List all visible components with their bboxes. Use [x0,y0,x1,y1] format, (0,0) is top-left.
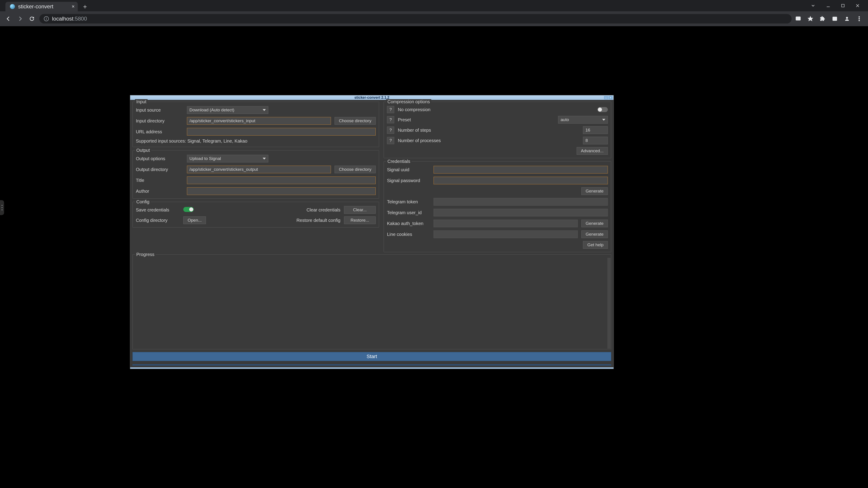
input-source-select[interactable]: Download (Auto detect) [187,106,268,114]
line-cookies-field[interactable] [434,230,578,238]
tab-title: sticker-convert [18,3,53,10]
install-app-icon[interactable] [795,15,802,22]
steps-label: Number of steps [398,128,431,133]
telegram-token-field[interactable] [434,198,608,205]
tab-favicon [10,4,15,9]
side-panel-icon[interactable] [831,15,838,22]
help-icon[interactable]: ? [387,127,394,134]
page-viewport: sticker-convert 2.1.2 □ × Input Input so… [0,26,868,488]
signal-uuid-field[interactable] [434,166,608,173]
bookmark-star-icon[interactable] [807,15,814,22]
steps-input[interactable] [583,126,608,134]
svg-point-10 [859,17,860,18]
browser-toolbar: localhost:5800 [0,11,868,26]
generate-line-button[interactable]: Generate [581,230,608,238]
svg-point-11 [859,18,860,20]
side-panel-handle[interactable] [0,200,4,215]
config-panel: Config Save credentials Clear credential… [132,202,379,228]
telegram-token-label: Telegram token [387,199,430,204]
open-config-button[interactable]: Open... [183,217,206,224]
output-dir-label: Output directory [136,167,183,172]
reload-button[interactable] [28,14,36,23]
generate-signal-button[interactable]: Generate [581,187,608,195]
svg-rect-1 [842,4,844,7]
url-address-field[interactable] [187,128,376,135]
toolbar-right-icons [795,15,864,22]
address-bar[interactable]: localhost:5800 [39,14,792,24]
tab-close-icon[interactable]: × [72,4,74,9]
clear-credentials-button[interactable]: Clear... [344,206,376,214]
input-choose-dir-button[interactable]: Choose directory [335,117,376,125]
back-button[interactable] [4,14,13,23]
extensions-icon[interactable] [819,15,826,22]
help-icon[interactable]: ? [387,106,394,113]
app-titlebar[interactable]: sticker-convert 2.1.2 □ × [130,95,614,100]
output-panel: Output Output options Upload to Signal O… [132,150,379,199]
start-button[interactable]: Start [132,352,611,361]
compression-legend: Compression options [386,99,431,104]
title-field[interactable] [187,176,376,184]
maximize-icon[interactable] [841,4,845,8]
input-legend: Input [135,99,148,104]
progress-scrollbar[interactable] [608,258,611,349]
preset-label: Preset [398,117,411,123]
procs-label: Number of processes [398,138,441,143]
svg-rect-7 [833,17,837,21]
kebab-menu-icon[interactable] [856,15,863,22]
config-legend: Config [135,199,151,204]
credentials-panel: Credentials Signal uuid Signal password … [383,161,611,252]
title-label: Title [136,178,183,183]
chevron-down-icon[interactable] [811,3,815,8]
signal-password-field[interactable] [434,177,608,184]
compression-panel: Compression options ? No compression ? P… [383,102,611,158]
chevron-down-icon [263,109,266,111]
credentials-legend: Credentials [386,159,412,164]
progress-panel: Progress [132,254,611,349]
preset-select[interactable]: auto [558,116,608,124]
new-tab-button[interactable]: ＋ [81,2,89,11]
save-credentials-label: Save credentials [136,207,183,213]
minimize-icon[interactable] [826,3,831,8]
advanced-button[interactable]: Advanced... [577,147,608,155]
kakao-token-field[interactable] [434,220,578,227]
window-close-icon[interactable] [855,3,860,8]
output-options-label: Output options [136,156,183,161]
app-title: sticker-convert 2.1.2 [354,96,390,100]
site-info-icon[interactable] [44,16,49,21]
clear-credentials-label: Clear credentials [307,207,344,213]
restore-config-button[interactable]: Restore... [344,217,376,224]
output-options-select[interactable]: Upload to Signal [187,155,268,162]
bottom-spacer [132,364,611,365]
output-legend: Output [135,148,151,153]
generate-kakao-button[interactable]: Generate [581,220,608,227]
app-maximize-icon[interactable]: □ [604,96,608,99]
forward-button[interactable] [16,14,24,23]
config-dir-label: Config directory [136,218,183,223]
author-label: Author [136,189,183,194]
signal-uuid-label: Signal uuid [387,167,430,172]
help-icon[interactable]: ? [387,116,394,123]
telegram-userid-field[interactable] [434,209,608,217]
save-credentials-toggle[interactable] [183,207,194,212]
input-dir-label: Input directory [136,119,183,124]
svg-point-12 [859,20,860,21]
output-dir-field[interactable] [187,166,331,173]
svg-marker-6 [808,17,813,21]
restore-default-label: Restore default config [296,218,344,223]
procs-input[interactable] [583,137,608,144]
browser-tab[interactable]: sticker-convert × [5,2,78,11]
chevron-down-icon [602,119,605,121]
app-close-icon[interactable]: × [609,96,613,99]
input-dir-field[interactable] [187,117,331,125]
profile-icon[interactable] [844,15,850,22]
line-cookies-label: Line cookies [387,232,430,237]
no-compression-toggle[interactable] [597,107,608,112]
input-source-label: Input source [136,107,183,113]
progress-legend: Progress [135,252,156,257]
output-choose-dir-button[interactable]: Choose directory [335,166,376,173]
telegram-userid-label: Telegram user_id [387,210,430,215]
author-field[interactable] [187,187,376,195]
app-window: sticker-convert 2.1.2 □ × Input Input so… [130,95,614,369]
get-help-button[interactable]: Get help [583,241,608,249]
help-icon[interactable]: ? [387,137,394,144]
